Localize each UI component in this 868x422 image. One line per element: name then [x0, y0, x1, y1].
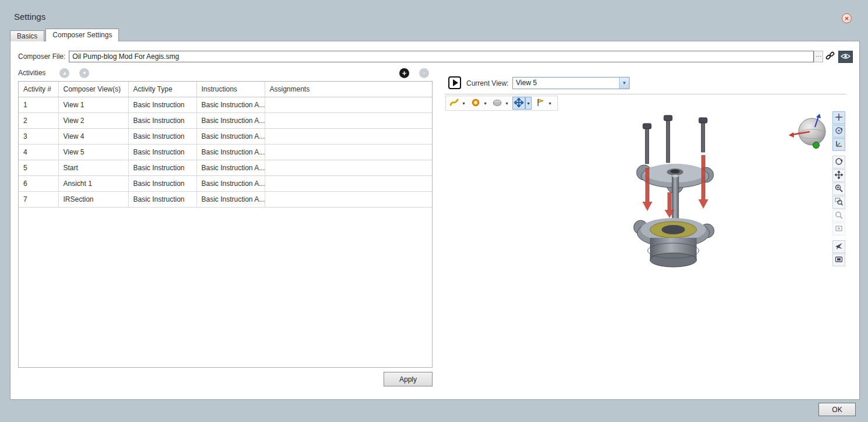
- table-row[interactable]: 6 Ansicht 1 Basic Instruction Basic Inst…: [19, 175, 432, 191]
- cell-composer-view: Start: [58, 160, 128, 175]
- cell-activity-num: 6: [19, 175, 58, 191]
- separator: [445, 94, 846, 94]
- viewport-3d[interactable]: [445, 111, 832, 399]
- cell-composer-view: IRSection: [58, 191, 128, 207]
- cell-composer-view: Ansicht 1: [58, 175, 128, 191]
- preview-button[interactable]: [838, 51, 853, 63]
- cell-assignments: [265, 191, 432, 207]
- composer-file-label: Composer File:: [18, 52, 65, 61]
- cell-composer-view: View 2: [58, 112, 128, 128]
- cell-assignments: [265, 112, 432, 128]
- style-tool-group: ▼: [448, 97, 467, 110]
- ok-button[interactable]: OK: [818, 403, 856, 416]
- zoom-fit-icon: [835, 211, 843, 221]
- window-title: Settings: [14, 12, 45, 22]
- eye-icon: [841, 52, 851, 61]
- nav-fly-button[interactable]: [832, 240, 845, 253]
- col-activity-num: Activity #: [19, 82, 58, 97]
- table-row[interactable]: 7 IRSection Basic Instruction Basic Inst…: [19, 191, 432, 207]
- apply-button[interactable]: Apply: [384, 372, 433, 386]
- composer-file-row: Composer File: ···: [18, 50, 853, 63]
- col-composer-views: Composer View(s): [58, 82, 128, 97]
- tab-composer-settings[interactable]: Composer Settings: [45, 29, 119, 41]
- move-dropdown-arrow[interactable]: ▼: [525, 97, 532, 110]
- current-view-select[interactable]: View 5 ▼: [512, 77, 630, 89]
- cell-instructions: Basic Instruction A...: [196, 160, 265, 175]
- eraser-tool-button[interactable]: [491, 97, 504, 110]
- browse-button[interactable]: ···: [814, 51, 823, 62]
- camera-view-icon: [835, 255, 843, 265]
- table-row[interactable]: 2 View 2 Basic Instruction Basic Instruc…: [19, 112, 432, 128]
- spacer: [832, 236, 846, 240]
- link-button[interactable]: [823, 51, 837, 63]
- style-brush-icon: [449, 98, 459, 109]
- navigation-orb[interactable]: [788, 113, 834, 156]
- eraser-icon: [493, 98, 502, 109]
- bolt: [699, 118, 707, 152]
- cell-activity-num: 4: [19, 144, 58, 160]
- nav-pan-button[interactable]: [832, 169, 845, 182]
- cell-assignments: [265, 97, 432, 112]
- add-activity-button[interactable]: +: [399, 68, 409, 78]
- cell-assignments: [265, 175, 432, 191]
- play-button[interactable]: [448, 76, 461, 89]
- flag-tool-group: ▼: [534, 97, 553, 110]
- arrow-up-icon: ▲: [62, 71, 67, 76]
- nav-zoom-window-button[interactable]: [832, 196, 845, 209]
- axis-triad-icon: [835, 140, 843, 150]
- cell-composer-view: View 4: [58, 128, 128, 144]
- arrow-down-icon: ▼: [82, 71, 87, 76]
- table-row[interactable]: 4 View 5 Basic Instruction Basic Instruc…: [19, 144, 432, 160]
- ring-dropdown-arrow[interactable]: ▼: [482, 97, 489, 110]
- nav-move-rotate-button[interactable]: [832, 125, 845, 138]
- flag-dropdown-arrow[interactable]: ▼: [547, 97, 553, 110]
- close-icon[interactable]: ✕: [842, 13, 852, 23]
- nav-move-free-button[interactable]: [832, 111, 845, 124]
- move-tool-group: ▼: [512, 97, 532, 110]
- activities-table: Activity # Composer View(s) Activity Typ…: [18, 81, 433, 368]
- cell-activity-num: 2: [19, 112, 58, 128]
- fly-plane-icon: [835, 242, 843, 252]
- ring-icon: [471, 98, 480, 109]
- move-tool-button[interactable]: [512, 97, 525, 110]
- flag-icon: [536, 98, 545, 109]
- nav-camera-view-button[interactable]: [832, 254, 845, 266]
- zoom-icon: [835, 184, 843, 194]
- table-row[interactable]: 3 View 4 Basic Instruction Basic Instruc…: [19, 128, 432, 144]
- move-activity-down-button[interactable]: ▼: [79, 68, 89, 78]
- ring-tool-group: ▼: [469, 97, 489, 110]
- nav-orbit-button[interactable]: [832, 156, 845, 168]
- eraser-dropdown-arrow[interactable]: ▼: [504, 97, 510, 110]
- rotate-cross-icon: [835, 126, 843, 136]
- col-instructions: Instructions: [196, 82, 265, 97]
- composer-file-input[interactable]: [69, 51, 814, 62]
- eraser-tool-group: ▼: [491, 97, 510, 110]
- cell-instructions: Basic Instruction A...: [196, 144, 265, 160]
- table-row[interactable]: 1 View 1 Basic Instruction Basic Instruc…: [19, 97, 432, 112]
- nav-zoom-button[interactable]: [832, 182, 845, 195]
- ring-tool-button[interactable]: [469, 97, 482, 110]
- style-brush-button[interactable]: [448, 97, 461, 110]
- move-activity-up-button[interactable]: ▲: [59, 68, 69, 78]
- cell-activity-type: Basic Instruction: [128, 128, 196, 144]
- cell-activity-type: Basic Instruction: [128, 97, 196, 112]
- remove-activity-button[interactable]: −: [419, 68, 429, 78]
- nav-look-at-button[interactable]: [832, 223, 845, 235]
- table-row[interactable]: 5 Start Basic Instruction Basic Instruct…: [19, 160, 432, 175]
- cell-activity-num: 3: [19, 128, 58, 144]
- col-activity-type: Activity Type: [128, 82, 196, 97]
- nav-move-axis-button[interactable]: [832, 138, 845, 151]
- flag-tool-button[interactable]: [534, 97, 547, 110]
- cell-instructions: Basic Instruction A...: [196, 175, 265, 191]
- cell-activity-type: Basic Instruction: [128, 160, 196, 175]
- oil-pump-model: [614, 111, 748, 296]
- nav-zoom-fit-button[interactable]: [832, 209, 845, 222]
- current-view-label: Current View:: [466, 79, 508, 87]
- cell-assignments: [265, 160, 432, 175]
- cell-activity-num: 1: [19, 97, 58, 112]
- tab-basics[interactable]: Basics: [10, 30, 44, 41]
- cell-instructions: Basic Instruction A...: [196, 128, 265, 144]
- cell-activity-type: Basic Instruction: [128, 175, 196, 191]
- look-at-icon: [835, 224, 843, 234]
- style-dropdown-arrow[interactable]: ▼: [461, 97, 467, 110]
